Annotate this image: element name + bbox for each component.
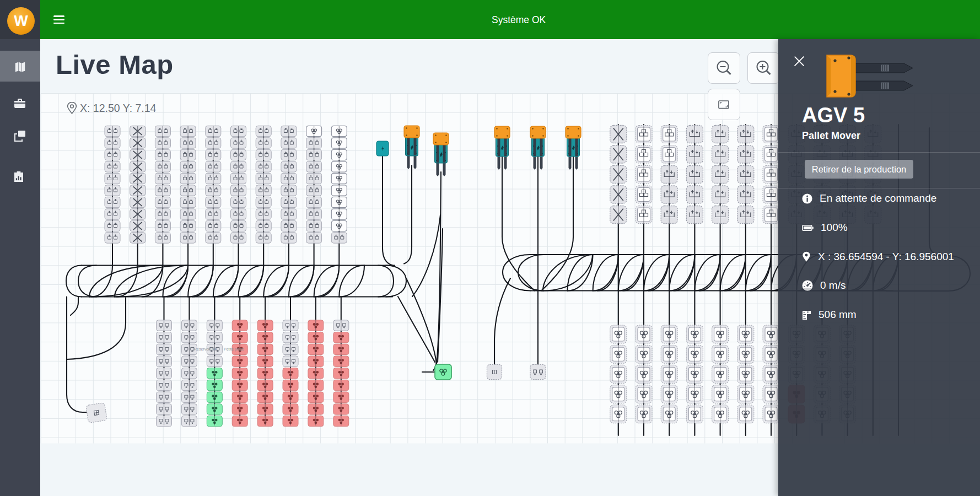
- svg-text:Petite pièce: Petite pièce: [224, 347, 244, 352]
- svg-text:Réservoir alu: Réservoir alu: [194, 347, 217, 351]
